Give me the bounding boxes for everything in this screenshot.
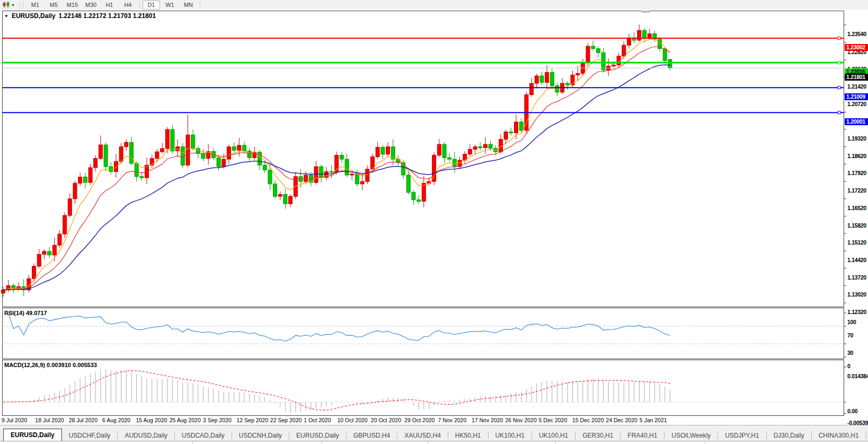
timeframe-button-M15[interactable]: M15 xyxy=(64,1,81,10)
candle xyxy=(63,215,67,234)
chart-tab-bar: EURUSD,DailyUSDCHF,DailyAUDUSD,DailyUSDC… xyxy=(0,425,868,441)
macd-axis-label: 0.00 xyxy=(847,408,868,414)
candle xyxy=(448,158,451,159)
candle xyxy=(135,163,138,177)
chart-tab-usoil-weekly[interactable]: USOil,Weekly xyxy=(665,430,718,441)
chart-tab-dj30-daily[interactable]: DJ30,Daily xyxy=(767,430,811,441)
price-axis-label: 1.16520 xyxy=(847,205,868,211)
timeframe-button-M5[interactable]: M5 xyxy=(45,1,63,10)
candle xyxy=(314,167,318,182)
timeframe-button-W1[interactable]: W1 xyxy=(161,1,179,10)
date-axis-label: 9 Jul 2020 xyxy=(2,417,27,423)
candle xyxy=(381,147,385,154)
price-axis-label: 1.14420 xyxy=(847,257,868,263)
chart-tab-usdchf-daily[interactable]: USDCHF,Daily xyxy=(62,430,118,441)
status-cell-separator xyxy=(322,441,322,444)
main-pane-frame xyxy=(3,11,844,307)
chart-canvas[interactable] xyxy=(0,10,868,425)
chart-tab-eurusd-daily[interactable]: EURUSD,Daily xyxy=(289,430,346,441)
chart-tab-usdcad-daily[interactable]: USDCAD,Daily xyxy=(175,430,232,441)
candle xyxy=(278,194,282,196)
candle xyxy=(232,147,236,151)
chart-scroll-thumb[interactable] xyxy=(641,11,650,13)
date-axis-label: 1 Oct 2020 xyxy=(304,417,331,423)
chart-ohlc-values: 1.22146 1.22172 1.21703 1.21801 xyxy=(59,12,156,20)
line-handle-1.23002[interactable] xyxy=(838,37,840,40)
candle xyxy=(565,83,569,85)
candle xyxy=(125,142,128,146)
toolbar-separator xyxy=(139,1,140,8)
timeframe-button-D1[interactable]: D1 xyxy=(143,1,160,10)
current-price-label: 1.21801 xyxy=(845,74,868,81)
chart-collapse-icon[interactable]: ▼ xyxy=(4,14,8,19)
timeframe-button-H1[interactable]: H1 xyxy=(101,1,118,10)
chart-tab-usdcnh-daily[interactable]: USDCNH,Daily xyxy=(232,430,289,441)
candle xyxy=(355,174,359,184)
mt4-window: ▼ M1M5M15M30H1H4D1W1MN ▼ EURUSD,Daily 1.… xyxy=(0,0,868,444)
date-axis-label: 28 Jul 2020 xyxy=(69,417,98,423)
chart-tab-ger30-h1[interactable]: GER30,H1 xyxy=(575,430,620,441)
status-cell-separator xyxy=(555,441,556,444)
chart-tab-audusd-daily[interactable]: AUDUSD,Daily xyxy=(118,430,174,441)
candle xyxy=(12,285,15,288)
candle xyxy=(366,169,369,181)
candle xyxy=(483,144,487,148)
candle xyxy=(227,147,231,159)
date-axis-label: 25 Aug 2020 xyxy=(170,417,201,423)
chart-type-dropdown-caret[interactable]: ▼ xyxy=(11,3,15,7)
timeframe-button-M1[interactable]: M1 xyxy=(26,1,44,10)
toolbar-grip[interactable] xyxy=(20,2,23,8)
top-toolbar: ▼ M1M5M15M30H1H4D1W1MN xyxy=(0,0,868,10)
rsi-axis-label: 0 xyxy=(847,363,868,369)
line-handle-1.20001[interactable] xyxy=(838,111,840,114)
candle xyxy=(73,183,77,198)
price-axis-label: 1.15120 xyxy=(847,239,868,246)
candle xyxy=(119,147,123,162)
candle xyxy=(437,144,441,155)
candle xyxy=(515,122,518,133)
candle xyxy=(643,30,646,38)
candle xyxy=(412,193,415,200)
macd-pane-frame xyxy=(3,360,844,416)
chart-tab-fra40-h1[interactable]: FRA40,H1 xyxy=(621,430,664,441)
chart-tab-eurusd-daily[interactable]: EURUSD,Daily xyxy=(3,429,62,441)
candle xyxy=(171,129,174,151)
price-axis-label: 1.18620 xyxy=(847,153,868,159)
candle xyxy=(550,73,554,86)
candle xyxy=(114,161,118,171)
timeframe-button-M30[interactable]: M30 xyxy=(82,1,100,10)
date-axis-label: 6 Aug 2020 xyxy=(102,417,130,423)
candle xyxy=(545,73,549,83)
hline-price-label: 1.21009 xyxy=(845,93,868,100)
candle xyxy=(376,147,379,157)
date-axis-label: 29 Oct 2020 xyxy=(404,417,435,423)
candle xyxy=(88,168,92,182)
timeframe-button-MN[interactable]: MN xyxy=(180,1,197,10)
date-axis-label: 5 Dec 2020 xyxy=(539,417,568,423)
candle xyxy=(591,46,595,49)
chart-tab-uk100-h1[interactable]: UK100,H1 xyxy=(489,430,532,441)
chart-tab-usdjpy-h1[interactable]: USDJPY,H1 xyxy=(718,430,766,441)
chart-tab-xauusd-h4[interactable]: XAUUSD,H4 xyxy=(397,430,448,441)
candle xyxy=(289,196,293,204)
line-handle-1.22016[interactable] xyxy=(838,62,840,64)
candle xyxy=(217,158,220,167)
candle xyxy=(258,152,262,165)
candle xyxy=(535,76,538,83)
candlestick-chart-icon[interactable] xyxy=(2,1,11,8)
candle xyxy=(32,266,36,278)
rsi-pane-frame xyxy=(3,308,844,359)
chart-tabs: EURUSD,DailyUSDCHF,DailyAUDUSD,DailyUSDC… xyxy=(0,425,868,441)
date-axis-label: 20 Oct 2020 xyxy=(371,417,401,423)
status-cell-separator xyxy=(192,441,193,444)
chart-tab-gbpusd-h4[interactable]: GBPUSD,H4 xyxy=(347,430,397,441)
chart-tab-uk100-h1[interactable]: UK100,H1 xyxy=(532,430,575,441)
line-handle-1.21009[interactable] xyxy=(838,86,840,89)
candle xyxy=(52,245,56,255)
candle xyxy=(473,147,477,150)
chart-tab-hk50-h1[interactable]: HK50,H1 xyxy=(448,430,488,441)
price-axis-label: 1.17220 xyxy=(847,187,868,194)
chart-tab-china300-h1[interactable]: CHINA300,H1 xyxy=(812,430,866,441)
candle xyxy=(320,167,323,178)
timeframe-button-H4[interactable]: H4 xyxy=(119,1,137,10)
